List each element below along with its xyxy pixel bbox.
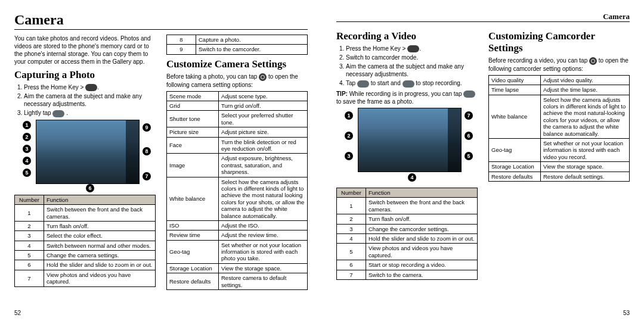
table-row: Storage LocationView the storage space. (489, 162, 630, 172)
camera-app-icon (407, 45, 419, 52)
table-row: 4Switch between normal and other modes. (15, 241, 156, 250)
table-row: 1Switch between the front and the back c… (15, 205, 156, 222)
table-row: Picture sizeAdjust picture size. (167, 127, 308, 137)
page-title-row: Camera (14, 12, 308, 30)
callout-6: 6 (465, 132, 473, 140)
camera-settings-table: Scene modeAdjust scene type. GridTurn gr… (166, 91, 308, 290)
settings-gear-icon (589, 57, 597, 65)
page-number: 53 (623, 310, 630, 316)
step-3: Lightly tap . (24, 109, 156, 117)
camera-app-icon (85, 84, 97, 91)
page-number: 52 (14, 310, 21, 316)
capturing-photo-heading: Capturing a Photo (14, 69, 156, 81)
table-row: 3Select the color effect. (15, 231, 156, 241)
left-col: You can take photos and record videos. P… (14, 35, 156, 290)
table-row: 2Turn flash on/off. (15, 221, 156, 230)
step-2: Aim the camera at the subject and make a… (24, 92, 156, 108)
shutter-icon (52, 110, 64, 117)
table-row: Video qualityAdjust video quality. (489, 75, 630, 85)
table-row: 6Hold the slider and slide to zoom in or… (15, 260, 156, 270)
right-page-right-col: Customizing Camcorder Settings Before re… (488, 27, 630, 280)
callout-9: 9 (143, 123, 151, 132)
callout-5: 5 (465, 152, 473, 160)
customize-intro: Before taking a photo, you can tap to op… (166, 73, 308, 89)
page-left: Camera You can take photos and record vi… (0, 0, 322, 321)
table-row: Scene modeAdjust scene type. (167, 91, 308, 101)
th-function: Function (44, 195, 156, 204)
camera-diagram: 1 2 3 4 5 6 7 8 9 (14, 120, 156, 191)
callout-6: 6 (86, 184, 94, 192)
table-row: 2Turn flash on/off. (337, 214, 478, 224)
table-row: 7View photos and videos you have capture… (15, 270, 156, 286)
step-1: Press the Home Key > . (346, 45, 478, 52)
callout-4: 4 (408, 173, 416, 182)
callout-1: 1 (23, 121, 31, 129)
record-stop-icon (402, 80, 414, 88)
table-row: Restore defaultsRestore default settings… (489, 172, 630, 181)
table-row: Time lapseAdjust the time lapse. (489, 85, 630, 95)
table-row: 5View photos and videos you have capture… (337, 244, 478, 260)
step-4: Tap to start and to stop recording. (346, 79, 478, 87)
callout-4: 4 (23, 157, 31, 165)
page-title: Camera (14, 12, 64, 28)
camcorder-diagram: 1 2 3 4 5 6 7 (336, 108, 478, 184)
customize-camera-heading: Customize Camera Settings (166, 58, 308, 70)
capture-frame-icon (463, 91, 475, 98)
callout-1: 1 (345, 111, 353, 120)
table-row: FaceTurn the blink detection or red eye … (167, 137, 308, 154)
callout-7: 7 (143, 172, 151, 180)
table-row: GridTurn grid on/off. (167, 101, 308, 111)
record-start-icon (357, 80, 369, 88)
camera-callout-table: Number Function 1Switch between the fron… (14, 195, 156, 287)
table-row: Review timeAdjust the review time. (167, 230, 308, 240)
table-row: ImageAdjust exposure, brightness, contra… (167, 154, 308, 177)
callout-8: 8 (143, 147, 151, 155)
table-row: Geo-tagSet whether or not your location … (489, 138, 630, 161)
table-row: 6Start or stop recording a video. (337, 260, 478, 270)
camcorder-settings-table: Video qualityAdjust video quality. Time … (488, 75, 630, 182)
record-steps: Press the Home Key > . Switch to camcord… (336, 45, 478, 88)
callout-7: 7 (465, 111, 473, 120)
step-2: Switch to camcorder mode. (346, 54, 478, 61)
th-number: Number (337, 188, 366, 198)
left-page-right-col: 8Capture a photo. 9Switch to the camcord… (166, 35, 308, 290)
table-row: White balanceSelect how the camera adjus… (167, 177, 308, 220)
table-row: Storage LocationView the storage space. (167, 263, 308, 273)
table-row: 8Capture a photo. (167, 35, 308, 45)
running-header: Camera (603, 12, 630, 21)
step-1: Press the Home Key > . (24, 83, 156, 91)
recording-video-heading: Recording a Video (336, 30, 478, 42)
table-row: White balanceSelect how the camera adjus… (489, 95, 630, 138)
step-3: Aim the camera at the subject and make a… (346, 63, 478, 78)
page-right: Camera Recording a Video Press the Home … (322, 0, 644, 321)
table-row: 7Switch to the camera. (337, 270, 478, 279)
th-function: Function (366, 188, 478, 198)
camcorder-intro: Before recording a video, you can tap to… (488, 57, 630, 73)
th-number: Number (15, 195, 44, 204)
callout-5: 5 (23, 169, 31, 177)
camcorder-callout-table: Number Function 1Switch between the fron… (336, 188, 478, 280)
recording-tip: TIP: While recording is in progress, you… (336, 90, 478, 105)
intro-text: You can take photos and record videos. P… (14, 35, 156, 66)
table-row: Restore defaultsRestore camera to defaul… (167, 273, 308, 290)
settings-gear-icon (259, 73, 267, 81)
table-row: 9Switch to the camcorder. (167, 45, 308, 54)
viewfinder-preview (36, 120, 140, 184)
callout-2: 2 (23, 133, 31, 141)
table-row: 4Hold the slider and slide to zoom in or… (337, 234, 478, 244)
table-row: 3Change the camcorder settings. (337, 224, 478, 233)
table-row: Geo-tagSet whether or not your location … (167, 240, 308, 263)
callout-3: 3 (345, 152, 353, 160)
table-row: ISOAdjust the ISO. (167, 220, 308, 230)
customize-camcorder-heading: Customizing Camcorder Settings (488, 30, 630, 54)
table-row: 5Change the camera settings. (15, 251, 156, 260)
table-row: 1Switch between the front and the back c… (337, 198, 478, 214)
right-page-left-col: Recording a Video Press the Home Key > .… (336, 27, 478, 280)
capture-steps: Press the Home Key > . Aim the camera at… (14, 83, 156, 117)
callout-2: 2 (345, 132, 353, 140)
page-header-row: Camera (336, 12, 630, 22)
viewfinder-preview (358, 108, 462, 172)
table-row: Shutter toneSelect your preferred shutte… (167, 111, 308, 127)
camera-callout-table-cont: 8Capture a photo. 9Switch to the camcord… (166, 35, 308, 55)
callout-3: 3 (23, 145, 31, 153)
